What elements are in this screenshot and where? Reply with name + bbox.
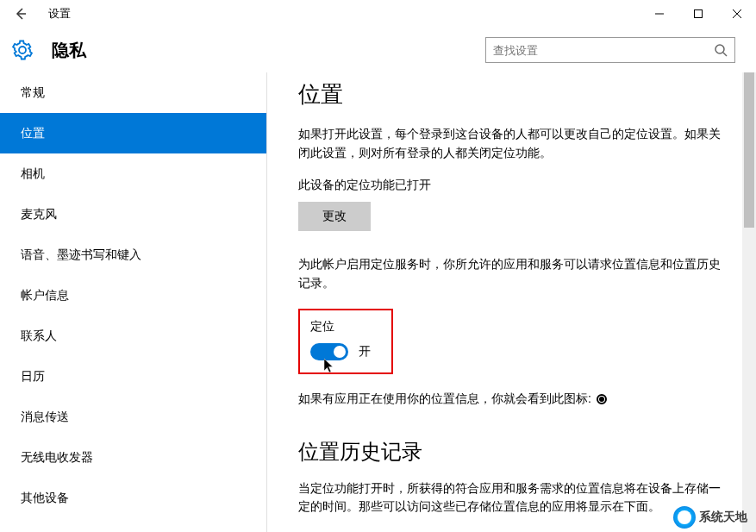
gear-icon[interactable] — [12, 40, 33, 60]
sidebar-item-label: 相机 — [21, 166, 45, 182]
sidebar-item-label: 联系人 — [21, 329, 57, 344]
change-button[interactable]: 更改 — [298, 202, 371, 231]
watermark: 系统天地 — [673, 506, 747, 529]
search-input[interactable] — [493, 44, 714, 57]
minimize-icon — [655, 9, 664, 18]
device-status-text: 此设备的定位功能已打开 — [298, 178, 725, 193]
watermark-logo-icon — [673, 506, 696, 529]
minimize-button[interactable] — [640, 0, 678, 28]
highlight-box: 定位 开 — [298, 309, 393, 374]
history-desc-text: 当定位功能打开时，所获得的符合应用和服务需求的位置信息将在设备上存储一定的时间。… — [298, 479, 725, 516]
sidebar-item-label: 常规 — [21, 85, 45, 101]
close-icon — [733, 9, 741, 18]
scrollbar-thumb[interactable] — [744, 72, 754, 228]
sidebar-item-label: 麦克风 — [21, 207, 57, 222]
svg-point-1 — [715, 45, 724, 53]
section-heading-history: 位置历史记录 — [298, 438, 725, 466]
sidebar-item-label: 无线电收发器 — [21, 450, 93, 466]
watermark-text: 系统天地 — [699, 510, 747, 525]
scrollbar-track[interactable] — [742, 72, 756, 532]
sidebar-item-microphone[interactable]: 麦克风 — [0, 194, 266, 235]
sidebar-item-account-info[interactable]: 帐户信息 — [0, 275, 266, 316]
account-desc-text: 为此帐户启用定位服务时，你所允许的应用和服务可以请求位置信息和位置历史记录。 — [298, 255, 725, 292]
content-pane: 位置 如果打开此设置，每个登录到这台设备的人都可以更改自己的定位设置。如果关闭此… — [267, 72, 756, 532]
maximize-icon — [694, 9, 703, 18]
sidebar-item-label: 帐户信息 — [21, 288, 69, 304]
toggle-knob — [334, 346, 346, 358]
sidebar-item-other-devices[interactable]: 其他设备 — [0, 478, 266, 518]
sidebar-item-location[interactable]: 位置 — [0, 113, 266, 153]
cursor-icon — [324, 359, 336, 374]
svg-rect-0 — [694, 10, 702, 18]
sidebar-item-general[interactable]: 常规 — [0, 72, 266, 113]
toggle-row: 开 — [310, 343, 371, 360]
sidebar-item-radios[interactable]: 无线电收发器 — [0, 437, 266, 478]
header-row: 隐私 — [0, 28, 756, 72]
sidebar-item-label: 消息传送 — [21, 410, 69, 425]
sidebar-item-label: 日历 — [21, 369, 45, 385]
toggle-title: 定位 — [310, 319, 371, 335]
sidebar-item-label: 语音、墨迹书写和键入 — [21, 247, 141, 263]
sidebar-item-speech-ink[interactable]: 语音、墨迹书写和键入 — [0, 235, 266, 275]
close-button[interactable] — [717, 0, 756, 28]
sidebar-item-label: 位置 — [21, 126, 45, 141]
sidebar-item-messaging[interactable]: 消息传送 — [0, 397, 266, 437]
page-title: 隐私 — [52, 39, 86, 62]
title-bar: 设置 — [0, 0, 756, 28]
sidebar-item-label: 其他设备 — [21, 491, 69, 506]
location-toggle[interactable] — [310, 343, 348, 360]
sidebar: 常规 位置 相机 麦克风 语音、墨迹书写和键入 帐户信息 联系人 日历 消息传送… — [0, 72, 267, 532]
indicator-text: 如果有应用正在使用你的位置信息，你就会看到此图标: — [298, 391, 591, 407]
window-title: 设置 — [48, 6, 71, 22]
sidebar-item-contacts[interactable]: 联系人 — [0, 316, 266, 356]
body-area: 常规 位置 相机 麦克风 语音、墨迹书写和键入 帐户信息 联系人 日历 消息传送… — [0, 72, 756, 532]
back-button[interactable] — [7, 0, 34, 28]
window-controls — [640, 0, 756, 28]
sidebar-item-camera[interactable]: 相机 — [0, 153, 266, 194]
indicator-line: 如果有应用正在使用你的位置信息，你就会看到此图标: — [298, 391, 725, 407]
location-indicator-icon — [597, 394, 607, 404]
search-icon — [714, 43, 728, 57]
maximize-button[interactable] — [678, 0, 717, 28]
sidebar-item-calendar[interactable]: 日历 — [0, 356, 266, 397]
section-heading-location: 位置 — [298, 79, 725, 110]
search-box[interactable] — [485, 37, 735, 63]
intro-text: 如果打开此设置，每个登录到这台设备的人都可以更改自己的定位设置。如果关闭此设置，… — [298, 125, 725, 162]
back-arrow-icon — [14, 7, 28, 21]
toggle-state-text: 开 — [359, 344, 371, 360]
